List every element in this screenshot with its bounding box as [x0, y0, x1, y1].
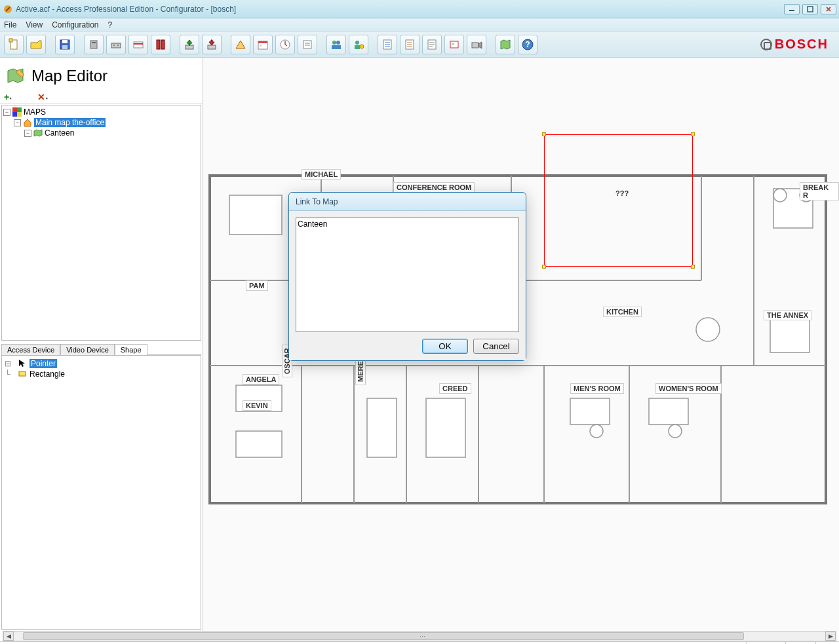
tree-root[interactable]: − MAPS — [3, 107, 199, 117]
svg-point-25 — [336, 41, 340, 45]
resize-handle-nw[interactable] — [542, 132, 546, 136]
resize-handle-sw[interactable] — [542, 265, 546, 269]
page-heading: Map Editor — [0, 58, 203, 90]
status-bar: Press F1 for help LAC-Service online NUM — [0, 641, 839, 644]
tool-report3[interactable] — [422, 35, 442, 54]
tool-help[interactable]: ? — [518, 35, 537, 54]
tool-new[interactable] — [4, 35, 24, 54]
tree-item-canteen[interactable]: − Canteen — [3, 128, 199, 138]
menu-configuration[interactable]: Configuration — [52, 20, 98, 29]
scroll-thumb[interactable] — [23, 632, 744, 640]
tool-doors[interactable] — [151, 35, 170, 54]
svg-rect-58 — [229, 195, 282, 235]
tool-save[interactable] — [55, 35, 75, 54]
tree-item-label: Main map the-office — [34, 118, 106, 127]
maps-icon — [12, 107, 22, 117]
left-panel: Map Editor +▪ ✕▪ − MAPS − Main map the-o… — [0, 58, 203, 631]
map-tree[interactable]: − MAPS − Main map the-office − Canteen — [1, 105, 201, 341]
room-label-kevin: KEVIN — [243, 400, 271, 411]
tool-badge[interactable] — [444, 35, 464, 54]
window-title: Active.acf - Access Professional Edition… — [16, 5, 236, 14]
tree-item-label: Canteen — [45, 128, 74, 138]
svg-rect-18 — [208, 45, 216, 49]
svg-rect-10 — [111, 43, 121, 48]
tool-open[interactable] — [26, 35, 46, 54]
tool-personkey[interactable] — [349, 35, 368, 54]
selection-rectangle[interactable] — [544, 134, 693, 267]
device-tabs: Access Device Video Device Shape — [1, 343, 201, 355]
menu-view[interactable]: View — [26, 20, 43, 29]
scroll-right-button[interactable]: ▶ — [825, 632, 836, 641]
toolbar: ? BOSCH — [0, 31, 839, 58]
expand-icon[interactable]: − — [3, 109, 10, 116]
svg-point-11 — [113, 45, 115, 46]
dialog-map-list[interactable]: Canteen — [296, 218, 519, 332]
svg-rect-6 — [62, 40, 68, 43]
menu-help[interactable]: ? — [108, 20, 113, 29]
svg-rect-8 — [90, 41, 97, 48]
svg-point-27 — [355, 41, 359, 45]
window-minimize-button[interactable] — [784, 4, 800, 14]
window-close-button[interactable] — [821, 4, 836, 14]
svg-rect-38 — [12, 107, 17, 112]
delete-map-button[interactable]: ✕▪ — [37, 92, 47, 102]
menu-bar: File View Configuration ? — [0, 18, 839, 31]
resize-handle-ne[interactable] — [691, 132, 695, 136]
svg-rect-21 — [260, 45, 262, 47]
tab-access-device[interactable]: Access Device — [1, 344, 60, 355]
add-map-button[interactable]: +▪ — [4, 92, 11, 102]
window-maximize-button[interactable] — [802, 4, 818, 14]
tool-upload[interactable] — [180, 35, 199, 54]
tool-auth[interactable] — [298, 35, 317, 54]
tab-shape[interactable]: Shape — [115, 344, 147, 355]
dialog-title: Link To Map — [289, 193, 526, 211]
cancel-button[interactable]: Cancel — [473, 339, 519, 354]
tree-toolbar: +▪ ✕▪ — [0, 90, 203, 104]
tool-card[interactable] — [128, 35, 148, 54]
svg-rect-9 — [92, 42, 96, 43]
scroll-left-button[interactable]: ◀ — [3, 632, 14, 641]
tool-timemodel[interactable] — [275, 35, 295, 54]
horizontal-scrollbar[interactable]: ◀ ⋯ ▶ — [3, 631, 836, 641]
tree-connector: └ — [5, 369, 15, 379]
room-label-mens: MEN'S ROOM — [570, 383, 624, 394]
shape-rectangle[interactable]: └ Rectangle — [5, 369, 198, 379]
tool-persons[interactable] — [326, 35, 346, 54]
expand-icon[interactable]: − — [14, 119, 21, 126]
tool-camera[interactable] — [467, 35, 486, 54]
menu-file[interactable]: File — [4, 20, 16, 29]
tool-mapeditor[interactable] — [496, 35, 515, 54]
room-label-break: BREAK R — [800, 182, 839, 200]
svg-rect-75 — [236, 431, 282, 457]
tool-download[interactable] — [202, 35, 222, 54]
room-label-womens: WOMEN'S ROOM — [655, 383, 722, 394]
map-canvas[interactable]: MICHAEL CONFERENCE ROOM ??? BREAK R PAM … — [203, 58, 839, 631]
link-to-map-dialog: Link To Map Canteen OK Cancel — [288, 192, 526, 361]
svg-point-80 — [590, 425, 603, 438]
tool-calendar[interactable] — [253, 35, 273, 54]
svg-rect-78 — [570, 398, 610, 425]
tool-zones[interactable] — [231, 35, 250, 54]
shape-pointer[interactable]: ⊟ Pointer — [5, 358, 198, 369]
svg-rect-1 — [789, 10, 794, 11]
tool-controller[interactable] — [84, 35, 104, 54]
svg-rect-42 — [19, 371, 26, 376]
resize-handle-se[interactable] — [691, 265, 695, 269]
room-label-michael: MICHAEL — [302, 169, 341, 180]
svg-rect-17 — [185, 45, 193, 49]
tool-device[interactable] — [106, 35, 126, 54]
svg-rect-39 — [17, 107, 22, 112]
expand-icon[interactable]: − — [24, 130, 31, 137]
ok-button[interactable]: OK — [422, 339, 468, 354]
bosch-ring-icon — [760, 39, 772, 50]
tree-item-main-map[interactable]: − Main map the-office — [3, 117, 199, 128]
tab-video-device[interactable]: Video Device — [60, 344, 115, 355]
svg-text:?: ? — [525, 40, 530, 49]
dialog-list-item[interactable]: Canteen — [298, 219, 517, 229]
svg-point-24 — [332, 41, 336, 45]
svg-rect-20 — [258, 41, 267, 43]
tool-report2[interactable] — [400, 35, 420, 54]
tool-report1[interactable] — [378, 35, 397, 54]
svg-rect-16 — [161, 40, 165, 49]
svg-rect-79 — [649, 398, 688, 425]
